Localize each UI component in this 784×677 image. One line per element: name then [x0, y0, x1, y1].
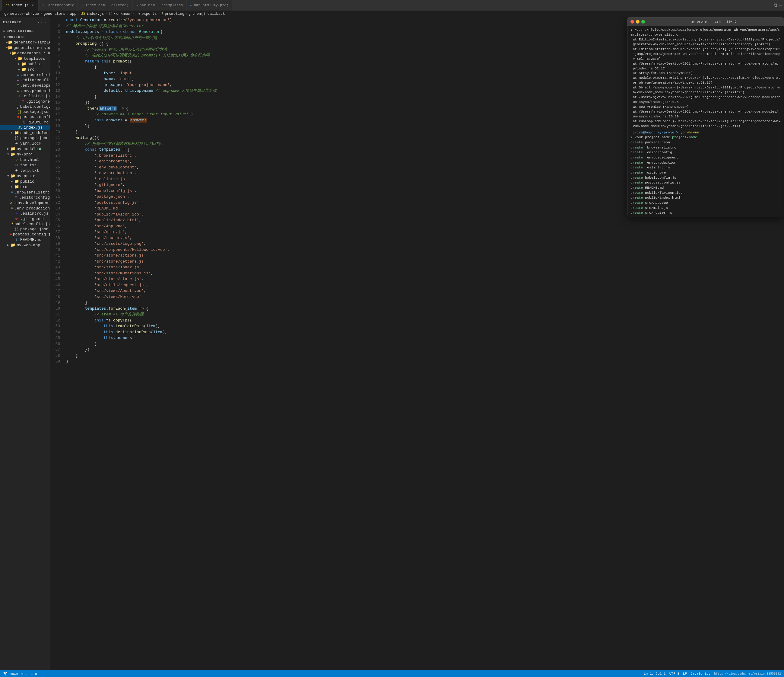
terminal-create-package: create package.json — [630, 140, 781, 145]
tree-item-generators-app[interactable]: ▼ 📂 generators / app — [0, 50, 50, 56]
language-mode[interactable]: JavaScript — [691, 672, 710, 675]
html-icon: ◇ — [81, 4, 83, 7]
tree-item-public[interactable]: ▶ 📁 public — [0, 61, 50, 67]
more-actions-icon[interactable]: ⋯ — [779, 2, 782, 8]
terminal-error-line: : /Users/njvivo/Desktop/2021jump/Project… — [630, 28, 781, 37]
config-icon: ≡ — [42, 4, 44, 7]
tab-bar-html-templates[interactable]: ◇ bar.html …/templates — [133, 0, 186, 11]
tab-index-js[interactable]: JS index.js × — [2, 0, 38, 11]
tree-item-my-proj[interactable]: ▼ 📂 my-proj — [0, 151, 50, 157]
tree-item-temp-txt[interactable]: ⊙ temp.txt — [0, 168, 50, 173]
tree-item-node-modules[interactable]: ▶ 📁 node_modules — [0, 130, 50, 136]
tree-item-my-module[interactable]: ▶ 📁 my-module — [0, 146, 50, 151]
tree-item-my-proje[interactable]: ▼ 📂 my-proje — [0, 173, 50, 179]
terminal-create-app-vue: create src/App.vue — [630, 200, 781, 206]
explorer-dots[interactable]: ··· — [37, 20, 47, 25]
warning-count[interactable]: ⚠ 0 — [31, 672, 37, 676]
error-count[interactable]: ⊗ 0 — [22, 672, 28, 676]
file-icon: ● — [17, 115, 19, 119]
code-line-59: 59 } — [50, 359, 760, 365]
tree-item-templates[interactable]: ▼ 📂 templates — [0, 56, 50, 61]
code-line-58: 58 } — [50, 353, 760, 359]
code-line-49: 49 ] — [50, 300, 760, 306]
tab-editorconfig[interactable]: ≡ .editorconfig — [39, 0, 78, 11]
tree-item-bar-html[interactable]: ◇ bar.html — [0, 157, 50, 162]
terminal-stack-8: at new Promise (<anonymous>) — [630, 105, 781, 109]
code-line-57: 57 }) — [50, 347, 760, 353]
tree-item-pkg-root[interactable]: {} package.json — [0, 136, 50, 140]
tree-item-gitignore-2[interactable]: ⊙ .gitignore — [0, 216, 50, 222]
tree-item-editorconfig-1[interactable]: ≡ .editorconfig — [0, 78, 50, 83]
tree-item-gitignore-1[interactable]: ⊙ .gitignore — [0, 99, 50, 104]
folder-icon: 📂 — [8, 45, 12, 50]
terminal-prompt-line: ? Your project name project-name — [630, 135, 781, 140]
status-bar: main ⊗ 0 ⚠ 0 Ln 1, Col 1 UTF-8 LF JavaSc… — [0, 670, 784, 677]
line-col[interactable]: Ln 1, Col 1 — [644, 672, 666, 675]
file-icon: ≡ — [17, 78, 19, 83]
terminal-maximize-btn[interactable] — [641, 20, 645, 23]
code-line-36: 36 'src/App.vue', — [50, 223, 760, 229]
close-icon[interactable]: × — [31, 3, 35, 8]
terminal-create-eslintrc: create .eslintrc.js — [630, 165, 781, 170]
js-icon: JS — [5, 4, 9, 7]
tree-item-public-2[interactable]: ▶ 📁 public — [0, 179, 50, 184]
split-editor-icon[interactable]: ⧉ — [774, 2, 777, 8]
tree-item-pkg-2[interactable]: {} package.json — [0, 227, 50, 232]
tree-item-eslintrc-2[interactable]: ● .eslintrc.js — [0, 211, 50, 216]
tree-item-src-2[interactable]: ▶ 📁 src — [0, 184, 50, 190]
code-line-52: 52 this.fs.copyTpl( — [50, 318, 760, 324]
terminal-minimize-btn[interactable] — [636, 20, 639, 23]
tree-item-browserslistrc-2[interactable]: ⊙ .browserslistrc — [0, 190, 50, 195]
html3-icon: ◇ — [190, 4, 192, 7]
code-line-47: 47 'src/views/About.vue', — [50, 288, 760, 294]
tree-item-yarn[interactable]: ⊙ yarn.lock — [0, 140, 50, 146]
terminal-stack-10: at runLoop.add.once (/Users/njvivo/Deskt… — [630, 119, 781, 129]
tree-item-generator-wh-vue[interactable]: ▼ 📂 generator-wh-vue — [0, 45, 50, 50]
tree-item-foo-txt[interactable]: ⊙ foo.txt — [0, 162, 50, 168]
file-icon: {} — [14, 227, 19, 231]
tree-item-env-prod-2[interactable]: ⊙ .env.production — [0, 206, 50, 211]
code-line-48: 48 'src/views/Home.vue' — [50, 294, 760, 300]
line-ending[interactable]: LF — [683, 672, 687, 675]
tree-item-generator-sample[interactable]: ▶ 📁 generator-sample — [0, 39, 50, 45]
tree-item-babel-1[interactable]: ƒ babel.config.js — [0, 104, 50, 109]
tab-bar-html-myproj[interactable]: ◇ bar.html my-proj — [187, 0, 232, 11]
tree-item-browserslistrc-1[interactable]: ⊙ .browserslistrc — [0, 72, 50, 78]
tree-item-index-js[interactable]: JS index.js — [0, 125, 50, 130]
folder-icon: 📁 — [8, 40, 12, 45]
encoding[interactable]: UTF-8 — [669, 672, 679, 675]
section-projects[interactable]: ▼ PROJECTS — [0, 33, 50, 39]
status-left: main ⊗ 0 ⚠ 0 — [3, 672, 37, 676]
tree-item-src[interactable]: ▶ 📁 src — [0, 67, 50, 72]
file-icon: ⊙ — [17, 89, 19, 93]
tree-item-postcss-2[interactable]: ● postcss.config.js — [0, 232, 50, 237]
terminal-overlay: my-proje — -zsh — 80×49 : /Users/njvivo/… — [627, 17, 784, 217]
terminal-create-env-prod: create .env.production — [630, 160, 781, 165]
tree-item-readme-1[interactable]: ℹ README.md — [0, 120, 50, 125]
tree-item-my-web-app[interactable]: ▶ 📁 my-web-app — [0, 242, 50, 248]
tree-item-readme-2[interactable]: ℹ README.md — [0, 237, 50, 242]
terminal-close-btn[interactable] — [630, 20, 634, 23]
terminal-body[interactable]: : /Users/njvivo/Desktop/2021jump/Project… — [627, 26, 784, 216]
terminal-create-gitignore: create .gitignore — [630, 170, 781, 175]
tree-item-postcss-1[interactable]: ● postcss.config.js — [0, 114, 50, 120]
tree-item-editorconfig-2[interactable]: ≡ .editorconfig — [0, 195, 50, 200]
file-icon: ℹ — [14, 237, 19, 242]
code-line-44: 44 'src/store/mutations.js', — [50, 270, 760, 276]
tree-item-eslintrc-1[interactable]: ● .eslintrc.js — [0, 94, 50, 99]
section-open-editors[interactable]: ▶ OPEN EDITORS — [0, 28, 50, 33]
tab-index-html[interactable]: ◇ index.html (deleted) — [78, 0, 132, 11]
terminal-create-editorconfig: create .editorconfig — [630, 150, 781, 155]
tree-item-pkg-1[interactable]: {} package.json — [0, 109, 50, 114]
tree-item-env-dev-2[interactable]: ⊙ .env.development — [0, 200, 50, 206]
git-branch[interactable]: main — [3, 672, 18, 676]
terminal-create-readme: create README.md — [630, 185, 781, 190]
code-line-42: 42 'src/store/getters.js', — [50, 259, 760, 265]
tree-item-env-dev-1[interactable]: ⊙ .env.development — [0, 83, 50, 88]
git-branch-icon — [3, 672, 7, 676]
file-icon: ⊙ — [14, 217, 19, 221]
tree-item-env-prod-1[interactable]: ⊙ .env.production — [0, 88, 50, 94]
terminal-stack-4: at Array.forEach (<anonymous>) — [630, 71, 781, 76]
tree-item-babel-2[interactable]: ƒ babel.config.js — [0, 222, 50, 227]
terminal-create-router: create src/router.js — [630, 211, 781, 215]
